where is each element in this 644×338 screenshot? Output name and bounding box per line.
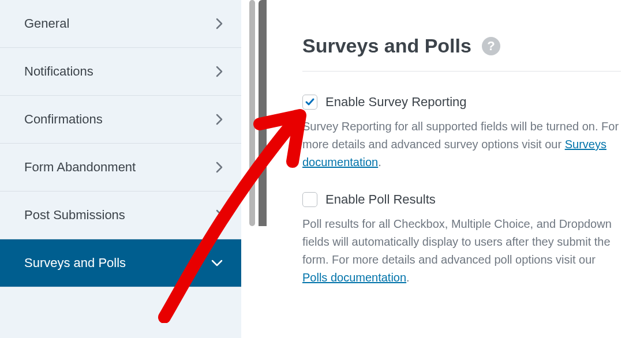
sidebar-item-label: Post Submissions	[24, 208, 125, 223]
sidebar-item-confirmations[interactable]: Confirmations	[0, 96, 241, 144]
polls-documentation-link[interactable]: Polls documentation	[302, 271, 406, 284]
panel-title: Surveys and Polls	[302, 35, 471, 57]
chevron-down-icon	[211, 260, 223, 266]
option-enable-survey-reporting: Enable Survey Reporting Survey Reporting…	[302, 95, 621, 171]
sidebar-item-label: Notifications	[24, 64, 93, 79]
sidebar-item-form-abandonment[interactable]: Form Abandonment	[0, 144, 241, 191]
poll-results-label: Enable Poll Results	[325, 192, 436, 207]
survey-reporting-description: Survey Reporting for all supported field…	[302, 118, 621, 171]
panel-gutter	[241, 0, 267, 338]
poll-results-checkbox[interactable]	[302, 192, 317, 207]
chevron-right-icon	[216, 162, 223, 173]
sidebar-item-label: Surveys and Polls	[24, 256, 126, 271]
chevron-right-icon	[216, 209, 223, 221]
sidebar-item-label: Confirmations	[24, 112, 103, 127]
poll-results-description: Poll results for all Checkbox, Multiple …	[302, 215, 621, 287]
help-icon[interactable]: ?	[482, 37, 500, 55]
survey-reporting-checkbox[interactable]	[302, 95, 317, 110]
settings-panel: Surveys and Polls ? Enable Survey Report…	[267, 0, 644, 338]
sidebar-item-label: General	[24, 16, 69, 31]
sidebar-item-notifications[interactable]: Notifications	[0, 48, 241, 96]
sidebar-item-label: Form Abandonment	[24, 160, 136, 175]
settings-sidebar: General Notifications Confirmations Form…	[0, 0, 241, 338]
chevron-right-icon	[216, 18, 223, 29]
sidebar-item-surveys-polls[interactable]: Surveys and Polls	[0, 239, 241, 287]
survey-reporting-label: Enable Survey Reporting	[325, 95, 467, 110]
divider	[302, 71, 621, 72]
option-enable-poll-results: Enable Poll Results Poll results for all…	[302, 192, 621, 287]
chevron-right-icon	[216, 66, 223, 77]
chevron-right-icon	[216, 114, 223, 125]
sidebar-item-general[interactable]: General	[0, 0, 241, 48]
sidebar-item-post-submissions[interactable]: Post Submissions	[0, 191, 241, 239]
